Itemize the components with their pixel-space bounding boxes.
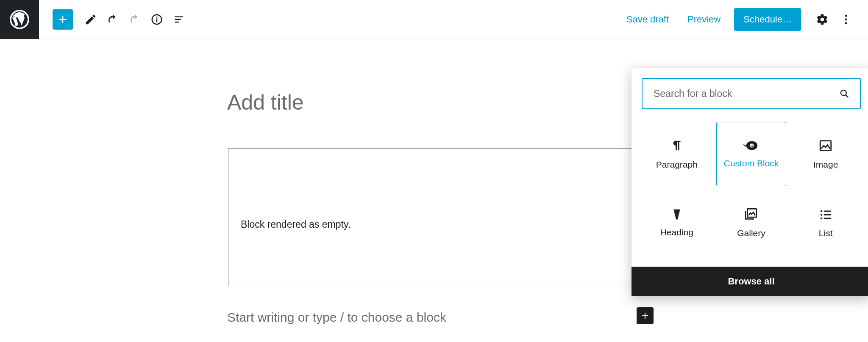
block-option-gallery[interactable]: Gallery [716, 190, 787, 255]
info-icon [150, 13, 163, 26]
browse-all-button[interactable]: Browse all [632, 267, 868, 296]
svg-line-8 [846, 95, 848, 97]
plus-icon [56, 13, 69, 26]
svg-rect-2 [156, 19, 158, 22]
empty-block-placeholder[interactable] [228, 148, 650, 286]
svg-text:G: G [751, 144, 753, 147]
svg-point-18 [821, 218, 823, 220]
toolbar-right: Save draft Preview Schedule… [619, 8, 868, 31]
block-options-grid: Paragraph G Custom Block Image Heading G… [632, 119, 868, 267]
svg-point-6 [845, 22, 847, 24]
block-option-label: Gallery [737, 228, 765, 238]
post-title-input[interactable]: Add title [227, 90, 304, 115]
svg-point-14 [821, 210, 823, 212]
svg-rect-12 [820, 141, 831, 151]
block-option-list[interactable]: List [790, 190, 861, 255]
svg-point-5 [845, 19, 847, 21]
undo-icon [106, 13, 119, 26]
block-option-heading[interactable]: Heading [642, 190, 712, 255]
content-info-button[interactable] [147, 9, 167, 30]
block-option-label: Heading [660, 227, 693, 237]
settings-button[interactable] [812, 9, 832, 30]
svg-rect-19 [824, 218, 831, 219]
custom-block-icon: G [743, 140, 759, 152]
block-option-label: Custom Block [724, 158, 779, 168]
save-draft-button[interactable]: Save draft [619, 8, 676, 31]
plus-icon [640, 311, 650, 321]
gallery-icon [744, 207, 758, 221]
block-option-paragraph[interactable]: Paragraph [642, 122, 712, 186]
pencil-icon [84, 13, 97, 26]
editor-header: Save draft Preview Schedule… [0, 0, 868, 39]
preview-button[interactable]: Preview [680, 8, 728, 31]
gear-icon [816, 13, 829, 26]
svg-rect-15 [824, 211, 831, 212]
block-option-custom-block[interactable]: G Custom Block [716, 122, 787, 186]
block-search [642, 78, 861, 109]
more-menu-button[interactable] [836, 9, 856, 30]
list-view-icon [172, 13, 185, 26]
block-picker-popover: Paragraph G Custom Block Image Heading G… [632, 68, 868, 296]
block-inserter-button[interactable] [53, 9, 73, 30]
inline-inserter-button[interactable] [637, 307, 654, 324]
list-icon [818, 207, 833, 221]
block-option-image[interactable]: Image [790, 122, 861, 186]
block-option-label: Image [813, 160, 838, 170]
schedule-button[interactable]: Schedule… [734, 8, 801, 31]
redo-button[interactable] [125, 9, 145, 30]
svg-rect-17 [824, 214, 831, 215]
wp-logo[interactable] [0, 0, 39, 39]
wordpress-icon [9, 9, 30, 30]
empty-block-message: Block rendered as empty. [241, 219, 351, 230]
svg-point-16 [821, 214, 823, 216]
paragraph-icon [670, 138, 684, 153]
block-option-label: Paragraph [656, 160, 698, 170]
heading-icon [670, 208, 683, 221]
block-search-input[interactable] [653, 88, 832, 100]
toolbar-left [39, 9, 189, 30]
image-icon [818, 138, 833, 153]
svg-rect-3 [156, 17, 158, 18]
more-vertical-icon [840, 13, 852, 26]
undo-button[interactable] [103, 9, 123, 30]
block-option-label: List [819, 228, 833, 238]
list-view-button[interactable] [169, 9, 189, 30]
svg-point-4 [845, 15, 847, 17]
svg-rect-13 [748, 209, 757, 217]
default-block-appender[interactable]: Start writing or type / to choose a bloc… [227, 310, 446, 325]
edit-mode-button[interactable] [81, 9, 101, 30]
redo-icon [128, 13, 141, 26]
search-icon [839, 88, 850, 99]
